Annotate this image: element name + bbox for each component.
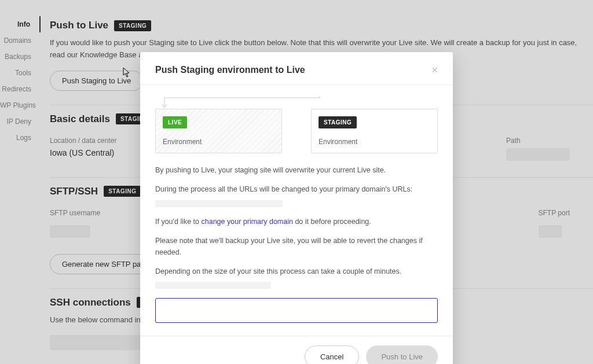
env-label: Environment [319, 138, 430, 146]
text-fragment: If you'd like to [155, 218, 202, 226]
modal-text: Depending on the size of your site this … [155, 266, 438, 277]
text-fragment: do it before proceeding. [293, 218, 371, 226]
change-primary-domain-link[interactable]: change your primary domain [202, 218, 293, 226]
env-card-live: LIVE Environment [155, 109, 282, 153]
push-to-live-button[interactable]: Push to Live [366, 345, 438, 364]
modal-footer: Cancel Push to Live [140, 336, 453, 364]
env-card-staging: STAGING Environment [311, 109, 438, 153]
env-label: Environment [163, 138, 274, 146]
modal-overlay[interactable]: Push Staging environment to Live × LIVE … [0, 0, 593, 364]
modal-text: Please note that we'll backup your Live … [155, 236, 438, 258]
modal-header: Push Staging environment to Live × [140, 52, 453, 85]
modal-body: LIVE Environment STAGING Environment By … [140, 85, 453, 336]
modal-text: During the process all the URLs will be … [155, 184, 438, 195]
live-badge: LIVE [163, 116, 187, 128]
modal-text: By pushing to Live, your staging site wi… [155, 165, 438, 176]
modal-title: Push Staging environment to Live [155, 65, 305, 75]
arrow-icon [160, 95, 322, 108]
staging-badge: STAGING [319, 116, 357, 128]
modal-text: If you'd like to change your primary dom… [155, 216, 438, 227]
cancel-button[interactable]: Cancel [305, 345, 359, 364]
push-staging-modal: Push Staging environment to Live × LIVE … [140, 52, 453, 364]
redacted-url [155, 200, 283, 207]
confirm-input[interactable] [155, 298, 438, 323]
redacted-confirm-label [155, 282, 271, 289]
close-icon[interactable]: × [431, 65, 438, 75]
